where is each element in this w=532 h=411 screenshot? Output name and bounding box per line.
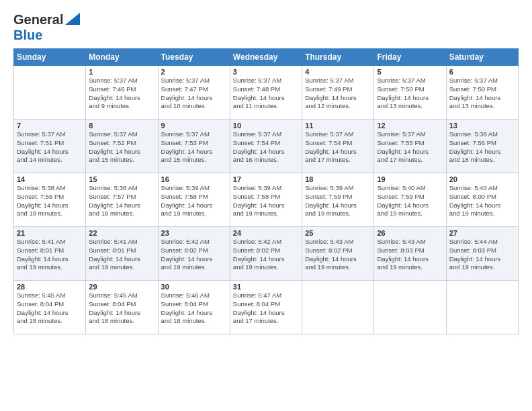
day-info: Sunrise: 5:38 AM Sunset: 7:56 PM Dayligh…: [17, 184, 83, 218]
calendar-day-cell: 18Sunrise: 5:39 AM Sunset: 7:59 PM Dayli…: [302, 173, 374, 227]
calendar-day-header: Saturday: [446, 49, 518, 66]
day-number: 11: [305, 122, 371, 130]
calendar-day-cell: 2Sunrise: 5:37 AM Sunset: 7:47 PM Daylig…: [158, 66, 230, 120]
calendar-day-cell: 22Sunrise: 5:41 AM Sunset: 8:01 PM Dayli…: [86, 227, 158, 281]
day-number: 5: [377, 68, 443, 76]
calendar-day-cell: 24Sunrise: 5:42 AM Sunset: 8:02 PM Dayli…: [230, 227, 302, 281]
day-number: 22: [89, 229, 154, 237]
calendar-day-cell: 12Sunrise: 5:37 AM Sunset: 7:55 PM Dayli…: [374, 120, 446, 173]
day-number: 10: [233, 122, 299, 130]
calendar-day-cell: 1Sunrise: 5:37 AM Sunset: 7:46 PM Daylig…: [86, 66, 158, 120]
calendar-day-cell: 17Sunrise: 5:39 AM Sunset: 7:58 PM Dayli…: [230, 173, 302, 227]
calendar-day-cell: 28Sunrise: 5:45 AM Sunset: 8:04 PM Dayli…: [14, 281, 86, 334]
calendar-day-cell: 27Sunrise: 5:44 AM Sunset: 8:03 PM Dayli…: [446, 227, 518, 281]
calendar-day-cell: 6Sunrise: 5:37 AM Sunset: 7:50 PM Daylig…: [446, 66, 518, 120]
day-info: Sunrise: 5:39 AM Sunset: 7:59 PM Dayligh…: [305, 184, 371, 218]
calendar-day-cell: 30Sunrise: 5:46 AM Sunset: 8:04 PM Dayli…: [158, 281, 230, 334]
day-number: 8: [89, 122, 154, 130]
day-number: 3: [233, 68, 299, 76]
header: General Blue: [13, 12, 519, 43]
day-info: Sunrise: 5:37 AM Sunset: 7:46 PM Dayligh…: [89, 77, 154, 111]
day-number: 18: [305, 175, 371, 183]
day-number: 30: [161, 283, 227, 291]
calendar-day-cell: 4Sunrise: 5:37 AM Sunset: 7:49 PM Daylig…: [302, 66, 374, 120]
calendar-day-cell: 29Sunrise: 5:45 AM Sunset: 8:04 PM Dayli…: [86, 281, 158, 334]
day-info: Sunrise: 5:37 AM Sunset: 7:53 PM Dayligh…: [161, 130, 227, 165]
day-info: Sunrise: 5:42 AM Sunset: 8:02 PM Dayligh…: [233, 238, 299, 272]
calendar-day-cell: 5Sunrise: 5:37 AM Sunset: 7:50 PM Daylig…: [374, 66, 446, 120]
logo-general: General: [13, 12, 63, 28]
calendar-day-cell: 20Sunrise: 5:40 AM Sunset: 8:00 PM Dayli…: [446, 173, 518, 227]
calendar-day-cell: 3Sunrise: 5:37 AM Sunset: 7:48 PM Daylig…: [230, 66, 302, 120]
calendar-header-row: SundayMondayTuesdayWednesdayThursdayFrid…: [14, 49, 519, 66]
day-number: 24: [233, 229, 299, 237]
day-info: Sunrise: 5:37 AM Sunset: 7:49 PM Dayligh…: [305, 77, 371, 111]
calendar-day-cell: [446, 281, 518, 334]
page: General Blue SundayMondayTuesdayWednesda…: [0, 0, 532, 411]
day-info: Sunrise: 5:37 AM Sunset: 7:50 PM Dayligh…: [377, 77, 443, 111]
calendar-day-cell: 10Sunrise: 5:37 AM Sunset: 7:54 PM Dayli…: [230, 120, 302, 173]
day-info: Sunrise: 5:37 AM Sunset: 7:50 PM Dayligh…: [449, 77, 515, 111]
day-info: Sunrise: 5:37 AM Sunset: 7:48 PM Dayligh…: [233, 77, 299, 111]
day-number: 7: [17, 122, 83, 130]
day-number: 27: [449, 229, 515, 237]
logo-blue: Blue: [13, 28, 42, 42]
day-number: 4: [305, 68, 371, 76]
calendar-day-cell: 9Sunrise: 5:37 AM Sunset: 7:53 PM Daylig…: [158, 120, 230, 173]
calendar-day-cell: 25Sunrise: 5:43 AM Sunset: 8:02 PM Dayli…: [302, 227, 374, 281]
calendar-day-cell: 11Sunrise: 5:37 AM Sunset: 7:54 PM Dayli…: [302, 120, 374, 173]
calendar-day-cell: [302, 281, 374, 334]
day-info: Sunrise: 5:44 AM Sunset: 8:03 PM Dayligh…: [449, 238, 515, 272]
day-number: 6: [449, 68, 515, 76]
calendar-day-header: Thursday: [302, 49, 374, 66]
calendar-day-cell: [374, 281, 446, 334]
day-info: Sunrise: 5:37 AM Sunset: 7:51 PM Dayligh…: [17, 130, 83, 165]
calendar-week-row: 28Sunrise: 5:45 AM Sunset: 8:04 PM Dayli…: [14, 281, 519, 334]
calendar-week-row: 7Sunrise: 5:37 AM Sunset: 7:51 PM Daylig…: [14, 120, 519, 173]
day-number: 14: [17, 175, 83, 183]
day-info: Sunrise: 5:37 AM Sunset: 7:47 PM Dayligh…: [161, 77, 227, 111]
day-info: Sunrise: 5:37 AM Sunset: 7:54 PM Dayligh…: [233, 130, 299, 165]
day-number: 28: [17, 283, 83, 291]
day-info: Sunrise: 5:46 AM Sunset: 8:04 PM Dayligh…: [161, 291, 227, 326]
calendar-week-row: 14Sunrise: 5:38 AM Sunset: 7:56 PM Dayli…: [14, 173, 519, 227]
svg-marker-0: [65, 13, 80, 25]
day-info: Sunrise: 5:43 AM Sunset: 8:02 PM Dayligh…: [305, 238, 371, 272]
calendar-day-cell: 7Sunrise: 5:37 AM Sunset: 7:51 PM Daylig…: [14, 120, 86, 173]
day-number: 16: [161, 175, 227, 183]
day-info: Sunrise: 5:43 AM Sunset: 8:03 PM Dayligh…: [377, 238, 443, 272]
day-info: Sunrise: 5:45 AM Sunset: 8:04 PM Dayligh…: [17, 291, 83, 326]
calendar-table: SundayMondayTuesdayWednesdayThursdayFrid…: [13, 48, 519, 334]
day-info: Sunrise: 5:38 AM Sunset: 7:56 PM Dayligh…: [449, 130, 515, 165]
calendar-day-cell: 8Sunrise: 5:37 AM Sunset: 7:52 PM Daylig…: [86, 120, 158, 173]
calendar-day-cell: 31Sunrise: 5:47 AM Sunset: 8:04 PM Dayli…: [230, 281, 302, 334]
calendar-week-row: 1Sunrise: 5:37 AM Sunset: 7:46 PM Daylig…: [14, 66, 519, 120]
calendar-day-cell: 16Sunrise: 5:39 AM Sunset: 7:58 PM Dayli…: [158, 173, 230, 227]
calendar-day-cell: [14, 66, 86, 120]
day-number: 25: [305, 229, 371, 237]
calendar-day-header: Tuesday: [158, 49, 230, 66]
calendar-day-cell: 19Sunrise: 5:40 AM Sunset: 7:59 PM Dayli…: [374, 173, 446, 227]
day-info: Sunrise: 5:45 AM Sunset: 8:04 PM Dayligh…: [89, 291, 154, 326]
day-number: 15: [89, 175, 154, 183]
day-number: 17: [233, 175, 299, 183]
day-number: 19: [377, 175, 443, 183]
day-info: Sunrise: 5:47 AM Sunset: 8:04 PM Dayligh…: [233, 291, 299, 326]
logo: General Blue: [13, 12, 80, 43]
day-number: 26: [377, 229, 443, 237]
calendar-week-row: 21Sunrise: 5:41 AM Sunset: 8:01 PM Dayli…: [14, 227, 519, 281]
day-info: Sunrise: 5:38 AM Sunset: 7:57 PM Dayligh…: [89, 184, 154, 218]
calendar-day-header: Wednesday: [230, 49, 302, 66]
logo-icon: [65, 13, 80, 25]
calendar-day-header: Friday: [374, 49, 446, 66]
calendar-day-header: Sunday: [14, 49, 86, 66]
day-number: 12: [377, 122, 443, 130]
day-info: Sunrise: 5:37 AM Sunset: 7:55 PM Dayligh…: [377, 130, 443, 165]
day-number: 29: [89, 283, 154, 291]
day-info: Sunrise: 5:40 AM Sunset: 8:00 PM Dayligh…: [449, 184, 515, 218]
calendar-day-cell: 21Sunrise: 5:41 AM Sunset: 8:01 PM Dayli…: [14, 227, 86, 281]
calendar-day-cell: 14Sunrise: 5:38 AM Sunset: 7:56 PM Dayli…: [14, 173, 86, 227]
day-number: 1: [89, 68, 154, 76]
day-number: 23: [161, 229, 227, 237]
calendar-day-header: Monday: [86, 49, 158, 66]
